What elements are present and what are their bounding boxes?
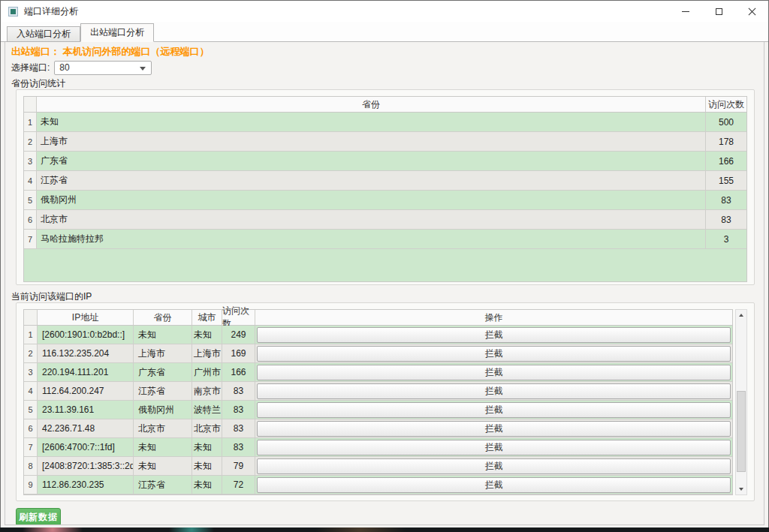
table-row[interactable]: 7 [2606:4700:7::1fd] 未知 未知 83 拦截 [24, 438, 732, 457]
city-cell: 未知 [192, 457, 222, 475]
province-cell: 上海市 [134, 344, 192, 362]
count-cell: 83 [222, 382, 255, 400]
count-cell: 83 [222, 438, 255, 456]
count-cell: 249 [222, 326, 255, 344]
col-header-province: 省份 [37, 97, 705, 112]
empty-table-area [24, 249, 746, 281]
app-window: 端口详细分析 入站端口分析 出站端口分析 出站端口： 本机访问外部的端口（远程端… [0, 0, 769, 527]
minimize-button[interactable] [669, 1, 702, 22]
province-cell: 未知 [37, 113, 705, 131]
col-header-count: 访问次数 [222, 310, 255, 325]
close-button[interactable] [735, 1, 768, 22]
block-button[interactable]: 拦截 [257, 477, 731, 493]
close-icon [748, 8, 756, 16]
scroll-up-icon[interactable] [736, 310, 746, 320]
province-cell: 江苏省 [134, 476, 192, 494]
scrollbar-thumb[interactable] [737, 391, 746, 472]
province-cell: 北京市 [134, 419, 192, 437]
block-button[interactable]: 拦截 [257, 346, 731, 362]
tab-inbound-port-analysis[interactable]: 入站端口分析 [7, 26, 80, 42]
ip-cell: [2600:1901:0:b2bd::] [38, 326, 134, 344]
row-number: 6 [24, 419, 38, 437]
table-row[interactable]: 4 江苏省 155 [24, 171, 746, 191]
count-cell: 155 [705, 171, 746, 190]
row-number: 3 [24, 152, 37, 170]
table-row[interactable]: 6 北京市 83 [24, 210, 746, 230]
table-row[interactable]: 2 116.132.235.204 上海市 上海市 169 拦截 [24, 344, 732, 363]
province-cell: 马哈拉施特拉邦 [37, 230, 705, 248]
window-title: 端口详细分析 [24, 5, 78, 18]
table-row[interactable]: 8 [2408:8720:1:385:3::2d] 未知 未知 79 拦截 [24, 457, 732, 476]
province-table-header: 省份 访问次数 [24, 97, 746, 113]
city-cell: 北京市 [192, 419, 222, 437]
chevron-down-icon [140, 67, 146, 71]
block-button[interactable]: 拦截 [257, 421, 731, 437]
table-row[interactable]: 3 广东省 166 [24, 152, 746, 171]
block-button[interactable]: 拦截 [257, 402, 731, 418]
table-row[interactable]: 4 112.64.200.247 江苏省 南京市 83 拦截 [24, 382, 732, 401]
row-number: 4 [24, 382, 38, 400]
table-row[interactable]: 2 上海市 178 [24, 132, 746, 152]
col-header-ip: IP地址 [38, 310, 134, 325]
table-row[interactable]: 1 [2600:1901:0:b2bd::] 未知 未知 249 拦截 [24, 326, 732, 344]
ip-cell: [2408:8720:1:385:3::2d] [38, 457, 134, 475]
port-select-value: 80 [59, 62, 69, 73]
table-row[interactable]: 1 未知 500 [24, 113, 746, 132]
maximize-icon [716, 8, 722, 15]
count-cell: 500 [705, 113, 746, 131]
ip-table: IP地址 省份 城市 访问次数 操作 1 [2600:1901:0:b2bd::… [23, 309, 733, 495]
table-row[interactable]: 9 112.86.230.235 江苏省 未知 72 拦截 [24, 476, 732, 494]
city-cell: 上海市 [192, 344, 222, 362]
table-row[interactable]: 5 俄勒冈州 83 [24, 191, 746, 210]
province-cell: 俄勒冈州 [134, 401, 192, 419]
ip-cell: 42.236.71.48 [38, 419, 134, 437]
count-cell: 83 [705, 191, 746, 209]
ip-cell: 116.132.235.204 [38, 344, 134, 362]
ip-cell: [2606:4700:7::1fd] [38, 438, 134, 456]
city-cell: 南京市 [192, 382, 222, 400]
port-selector-row: 选择端口: 80 [11, 61, 755, 74]
city-cell: 未知 [192, 438, 222, 456]
ip-cell: 112.86.230.235 [38, 476, 134, 494]
tab-outbound-port-analysis[interactable]: 出站端口分析 [80, 23, 154, 42]
province-cell: 上海市 [37, 132, 705, 151]
count-cell: 83 [705, 210, 746, 229]
row-number: 7 [24, 438, 38, 456]
table-row[interactable]: 3 220.194.111.201 广东省 广州市 166 拦截 [24, 363, 732, 382]
table-row[interactable]: 7 马哈拉施特拉邦 3 [24, 230, 746, 249]
province-cell: 广东省 [37, 152, 705, 170]
city-cell: 未知 [192, 476, 222, 494]
row-number: 3 [24, 363, 38, 381]
city-cell: 波特兰 [192, 401, 222, 419]
block-button[interactable]: 拦截 [257, 440, 731, 455]
refresh-data-button[interactable]: 刷新数据 [16, 508, 61, 525]
province-cell: 未知 [134, 438, 192, 456]
province-cell: 广东省 [134, 363, 192, 381]
col-header-count: 访问次数 [705, 97, 746, 112]
block-button[interactable]: 拦截 [257, 365, 731, 380]
block-button[interactable]: 拦截 [257, 383, 731, 399]
maximize-button[interactable] [702, 1, 735, 22]
block-button[interactable]: 拦截 [257, 458, 731, 474]
outbound-port-banner: 出站端口： 本机访问外部的端口（远程端口） [11, 46, 755, 58]
city-cell: 广州市 [192, 363, 222, 381]
row-number: 7 [24, 230, 37, 248]
ip-list-panel: IP地址 省份 城市 访问次数 操作 1 [2600:1901:0:b2bd::… [16, 302, 755, 501]
count-cell: 79 [222, 457, 255, 475]
row-number: 2 [24, 344, 38, 362]
block-button[interactable]: 拦截 [257, 327, 731, 343]
count-cell: 166 [705, 152, 746, 170]
row-number: 2 [24, 132, 37, 151]
province-cell: 北京市 [37, 210, 705, 229]
table-row[interactable]: 6 42.236.71.48 北京市 北京市 83 拦截 [24, 419, 732, 438]
app-icon [8, 7, 18, 17]
port-select-dropdown[interactable]: 80 [54, 61, 152, 75]
province-cell: 江苏省 [37, 171, 705, 190]
table-row[interactable]: 5 23.11.39.161 俄勒冈州 波特兰 83 拦截 [24, 401, 732, 419]
province-cell: 江苏省 [134, 382, 192, 400]
minimize-icon [682, 11, 689, 12]
count-cell: 166 [222, 363, 255, 381]
province-table-body: 1 未知 500 2 上海市 178 3 广东省 [24, 113, 746, 249]
scroll-down-icon[interactable] [736, 484, 746, 494]
vertical-scrollbar[interactable] [735, 309, 747, 495]
